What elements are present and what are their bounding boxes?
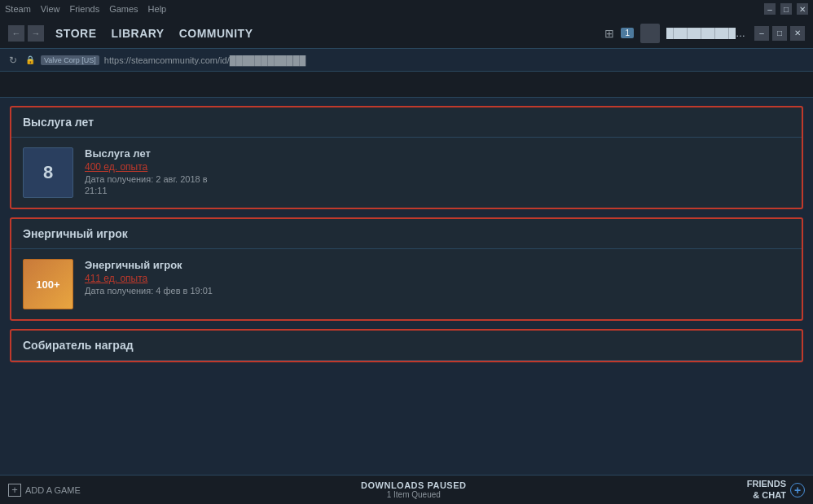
nav-store[interactable]: STORE (55, 27, 96, 40)
back-button[interactable]: ← (8, 25, 24, 42)
nav-bar: ← → STORE LIBRARY COMMUNITY ⊞ 1 ████████… (0, 18, 813, 49)
badge-item-energetic: 100+ Энергичный игрок 411 ед. опыта Дата… (11, 249, 802, 319)
url-display[interactable]: https://steamcommunity.com/id/██████████… (104, 55, 305, 65)
nav-arrows: ← → (8, 25, 44, 42)
badge-icon-energetic: 100+ (23, 259, 73, 309)
section-collector-header: Собиратель наград (11, 331, 802, 361)
friends-chat-label: FRIENDS& CHAT (747, 479, 786, 500)
content-area[interactable]: Выслуга лет 8 Выслуга лет 400 ед. опыта … (0, 72, 813, 475)
badge-date-energetic: Дата получения: 4 фев в 19:01 (85, 286, 213, 296)
lock-icon: 🔒 (24, 55, 36, 66)
win-maximize[interactable]: □ (772, 26, 787, 41)
menu-view[interactable]: View (41, 4, 60, 14)
badge-section-collector: Собиратель наград (10, 329, 803, 362)
bottom-bar: + ADD A GAME DOWNLOADS PAUSED 1 Item Que… (0, 475, 813, 504)
add-game-button[interactable]: + ADD A GAME (8, 484, 81, 497)
title-bar-controls: – □ ✕ (764, 3, 808, 15)
downloads-queue: 1 Item Queued (387, 490, 441, 499)
username-display[interactable]: ████████████ (666, 28, 748, 39)
menu-games[interactable]: Games (109, 4, 138, 14)
win-minimize[interactable]: – (754, 26, 769, 41)
top-strip (0, 72, 813, 98)
badge-date-years-2: 21:11 (85, 186, 208, 195)
badge-info-energetic: Энергичный игрок 411 ед. опыта Дата полу… (85, 259, 213, 296)
badge-title-years: Выслуга лет (85, 147, 208, 160)
nav-library[interactable]: LIBRARY (111, 27, 164, 40)
menu-friends[interactable]: Friends (69, 4, 99, 14)
badge-title-energetic: Энергичный игрок (85, 259, 213, 271)
valve-badge: Valve Corp [US] (41, 55, 99, 65)
maximize-button[interactable]: □ (780, 3, 792, 15)
notification-badge[interactable]: 1 (621, 28, 634, 38)
section-years-header: Выслуга лет (11, 107, 802, 138)
minimize-button[interactable]: – (764, 3, 776, 15)
title-bar: Steam View Friends Games Help – □ ✕ (0, 0, 813, 18)
forward-button[interactable]: → (28, 25, 44, 42)
nav-links: STORE LIBRARY COMMUNITY (55, 27, 253, 40)
menu-help[interactable]: Help (148, 4, 167, 14)
title-bar-menu: Steam View Friends Games Help (5, 4, 166, 14)
user-avatar[interactable] (640, 24, 660, 43)
badge-section-years: Выслуга лет 8 Выслуга лет 400 ед. опыта … (10, 106, 803, 209)
badge-icon-years: 8 (23, 147, 73, 198)
add-game-plus-icon: + (8, 484, 21, 497)
screenshot-icon: ⊞ (604, 27, 614, 40)
friends-chat-plus-icon: + (790, 483, 805, 497)
close-button[interactable]: ✕ (797, 3, 808, 15)
refresh-button[interactable]: ↻ (7, 54, 20, 67)
badge-item-years: 8 Выслуга лет 400 ед. опыта Дата получен… (11, 138, 802, 208)
window-controls: – □ ✕ (754, 26, 805, 41)
nav-community[interactable]: COMMUNITY (179, 27, 253, 40)
add-game-label: ADD A GAME (25, 485, 81, 495)
nav-user-area: ⊞ 1 ████████████ – □ ✕ (604, 24, 805, 43)
badge-section-energetic: Энергичный игрок 100+ Энергичный игрок 4… (10, 217, 803, 321)
downloads-area[interactable]: DOWNLOADS PAUSED 1 Item Queued (81, 480, 747, 499)
win-close[interactable]: ✕ (790, 26, 805, 41)
menu-steam[interactable]: Steam (5, 4, 31, 14)
badge-date-years: Дата получения: 2 авг. 2018 в (85, 174, 208, 184)
address-bar: ↻ 🔒 Valve Corp [US] https://steamcommuni… (0, 49, 813, 72)
badge-xp-years[interactable]: 400 ед. опыта (85, 161, 208, 173)
badge-info-years: Выслуга лет 400 ед. опыта Дата получения… (85, 147, 208, 195)
badge-xp-energetic[interactable]: 411 ед. опыта (85, 273, 213, 284)
downloads-status: DOWNLOADS PAUSED (361, 480, 466, 490)
section-energetic-header: Энергичный игрок (11, 219, 802, 249)
friends-chat-button[interactable]: FRIENDS& CHAT + (747, 479, 805, 500)
